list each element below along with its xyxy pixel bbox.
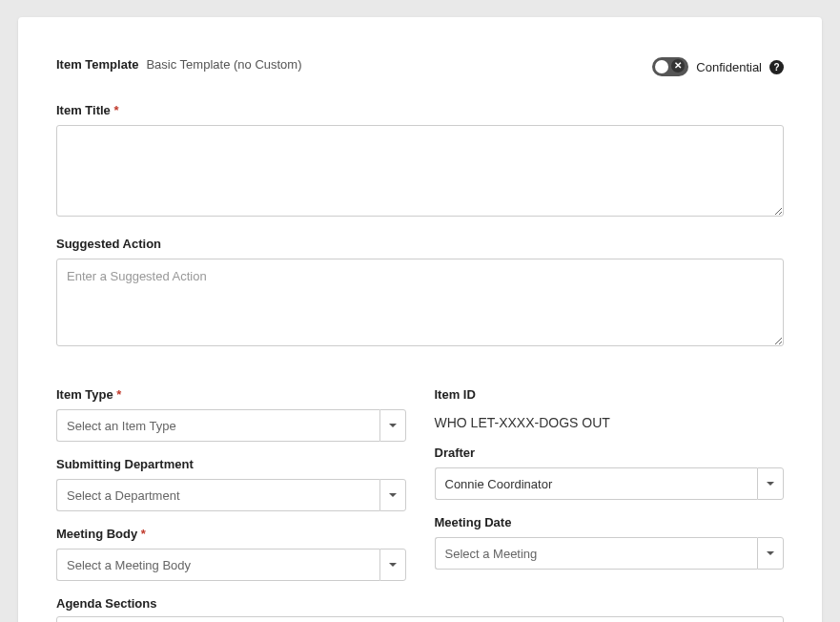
submitting-dept-group: Submitting Department Select a Departmen… xyxy=(56,457,406,511)
template-info: Item Template Basic Template (no Custom) xyxy=(56,57,302,72)
item-id-group: Item ID WHO LET-XXXX-DOGS OUT xyxy=(435,387,785,430)
chevron-down-icon xyxy=(389,493,397,497)
drafter-caret[interactable] xyxy=(757,467,784,500)
meeting-body-group: Meeting Body * Select a Meeting Body xyxy=(56,527,406,581)
item-type-label-text: Item Type xyxy=(56,387,113,402)
agenda-sections-input[interactable] xyxy=(56,616,784,622)
item-template-label: Item Template xyxy=(56,57,138,72)
item-id-label: Item ID xyxy=(435,387,785,402)
suggested-action-label: Suggested Action xyxy=(56,237,784,251)
required-indicator: * xyxy=(141,527,146,541)
agenda-sections-group: Agenda Sections xyxy=(56,596,406,611)
item-title-label-text: Item Title xyxy=(56,103,111,117)
item-title-label: Item Title * xyxy=(56,103,784,117)
agenda-sections-input-group xyxy=(56,616,784,622)
confidential-control: ✕ Confidential ? xyxy=(652,57,784,76)
meeting-date-caret[interactable] xyxy=(757,537,784,570)
item-type-value: Select an Item Type xyxy=(56,409,379,442)
drafter-group: Drafter Connie Coordinator xyxy=(435,446,785,500)
meeting-body-label-text: Meeting Body xyxy=(56,527,137,541)
chevron-down-icon xyxy=(767,482,774,486)
top-row: Item Template Basic Template (no Custom)… xyxy=(56,52,784,76)
suggested-action-group: Suggested Action xyxy=(56,237,784,349)
help-icon[interactable]: ? xyxy=(769,60,784,74)
required-indicator: * xyxy=(116,387,121,402)
item-type-caret[interactable] xyxy=(379,409,406,442)
meeting-body-select[interactable]: Select a Meeting Body xyxy=(56,549,406,581)
meeting-date-group: Meeting Date Select a Meeting xyxy=(435,515,785,570)
drafter-select[interactable]: Connie Coordinator xyxy=(435,467,785,500)
left-column: Item Type * Select an Item Type Submitti… xyxy=(56,387,406,622)
close-icon: ✕ xyxy=(671,59,685,73)
toggle-knob xyxy=(655,60,668,73)
two-column-section: Item Type * Select an Item Type Submitti… xyxy=(56,387,784,622)
meeting-body-caret[interactable] xyxy=(379,549,406,581)
meeting-body-label: Meeting Body * xyxy=(56,527,406,541)
meeting-date-label: Meeting Date xyxy=(435,515,785,529)
submitting-dept-value: Select a Department xyxy=(56,479,379,511)
item-type-label: Item Type * xyxy=(56,387,406,402)
item-type-select[interactable]: Select an Item Type xyxy=(56,409,406,442)
right-column: Item ID WHO LET-XXXX-DOGS OUT Drafter Co… xyxy=(435,387,785,622)
submitting-dept-label: Submitting Department xyxy=(56,457,406,471)
meeting-body-value: Select a Meeting Body xyxy=(56,549,379,581)
chevron-down-icon xyxy=(389,424,397,427)
item-title-input[interactable] xyxy=(56,125,784,217)
drafter-value: Connie Coordinator xyxy=(435,467,758,500)
item-type-group: Item Type * Select an Item Type xyxy=(56,387,406,442)
drafter-label: Drafter xyxy=(435,446,785,460)
submitting-dept-caret[interactable] xyxy=(379,479,406,511)
confidential-label: Confidential xyxy=(696,60,762,74)
meeting-date-select[interactable]: Select a Meeting xyxy=(435,537,785,570)
confidential-toggle[interactable]: ✕ xyxy=(652,57,688,76)
item-form-card: Item Template Basic Template (no Custom)… xyxy=(18,17,822,622)
chevron-down-icon xyxy=(389,563,397,567)
item-title-group: Item Title * xyxy=(56,103,784,219)
chevron-down-icon xyxy=(767,551,774,555)
meeting-date-value: Select a Meeting xyxy=(435,537,758,570)
agenda-sections-label: Agenda Sections xyxy=(56,596,406,611)
required-indicator: * xyxy=(113,103,118,117)
item-id-value: WHO LET-XXXX-DOGS OUT xyxy=(435,409,785,430)
suggested-action-input[interactable] xyxy=(56,259,784,346)
item-template-value: Basic Template (no Custom) xyxy=(146,57,301,72)
submitting-dept-select[interactable]: Select a Department xyxy=(56,479,406,511)
